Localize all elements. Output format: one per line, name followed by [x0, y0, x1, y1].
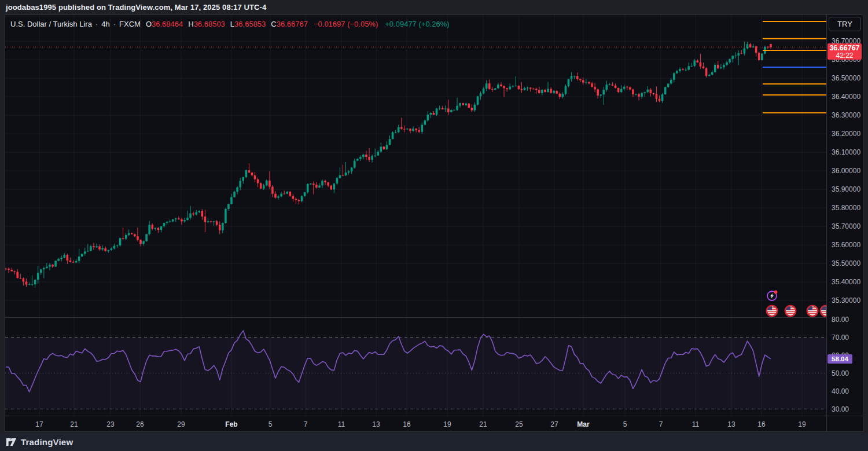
symbol-legend[interactable]: U.S. Dollar / Turkish Lira · 4h · FXCM O…	[10, 19, 450, 28]
price-axis-label: 35.50000	[832, 259, 860, 267]
price-axis-label: 36.20000	[832, 130, 860, 138]
open-label: O	[146, 20, 152, 28]
ohlc-close: C36.66767	[271, 20, 308, 28]
close-value: 36.66767	[277, 20, 308, 28]
time-axis-label: 25	[515, 420, 523, 428]
rsi-axis-label: 80.00	[832, 316, 849, 324]
low-label: L	[230, 20, 234, 28]
price-axis-label: 36.40000	[832, 93, 860, 101]
rsi-axis-label: 50.00	[832, 369, 849, 377]
price-axis-label: 35.40000	[832, 278, 860, 286]
time-axis-label: 7	[659, 420, 663, 428]
footer-brand-link[interactable]: TradingView	[21, 437, 73, 447]
rsi-axis-label: 40.00	[832, 387, 849, 395]
rsi-axis-label: 70.00	[832, 333, 849, 342]
time-axis-label: 26	[136, 420, 144, 428]
time-axis-label: 13	[372, 420, 380, 428]
price-axis-label: 35.70000	[832, 222, 860, 230]
change-primary: −0.01697 (−0.05%)	[314, 20, 378, 28]
tradingview-published-chart: { "page": { "attribution": "joodabas1995…	[0, 0, 868, 451]
bar-countdown: 42:22	[827, 52, 862, 60]
time-axis-label: 29	[177, 420, 185, 428]
last-price-badge: 36.66767 42:22	[827, 43, 862, 60]
symbol-interval[interactable]: 4h	[101, 20, 109, 28]
price-axis-label: 36.30000	[832, 111, 860, 119]
ohlc-high: H36.68503	[188, 20, 225, 28]
currency-toggle-button[interactable]: TRY	[829, 17, 861, 31]
ohlc-low: L36.65853	[230, 20, 266, 28]
time-axis-label: 16	[403, 420, 410, 428]
time-axis-label: 13	[727, 420, 735, 428]
legend-separator: ·	[95, 20, 98, 28]
high-label: H	[188, 20, 193, 28]
event-markers[interactable]	[767, 291, 832, 317]
time-axis-label: 7	[304, 420, 308, 428]
last-price-value: 36.66767	[827, 44, 862, 52]
legend-separator: ·	[113, 20, 116, 28]
symbol-title[interactable]: U.S. Dollar / Turkish Lira	[10, 20, 92, 28]
attribution-text: joodabas1995 published on TradingView.co…	[6, 3, 266, 12]
alert-lightning-icon[interactable]	[767, 291, 778, 301]
rsi-band	[5, 338, 826, 409]
time-axis-label: 5	[269, 420, 273, 428]
time-axis-label: Mar	[577, 420, 589, 428]
price-axis-label: 35.90000	[832, 185, 860, 193]
ohlc-open: O36.68464	[146, 20, 183, 28]
time-axis-label: 19	[443, 420, 451, 428]
time-axis-label: 21	[70, 420, 78, 428]
time-axis-label: 23	[106, 420, 114, 428]
high-value: 36.68503	[194, 20, 225, 28]
rsi-axis-label: 30.00	[832, 405, 849, 413]
time-axis-label: 16	[757, 420, 765, 428]
open-value: 36.68464	[152, 20, 183, 28]
time-axis-label: 17	[35, 420, 43, 428]
time-axis-label: 19	[798, 420, 806, 428]
price-axis-label: 35.80000	[832, 204, 860, 212]
time-axis-label: 21	[479, 420, 487, 428]
time-axis-label: 27	[550, 420, 558, 428]
drawing-rays[interactable]	[763, 21, 826, 113]
symbol-exchange: FXCM	[119, 20, 141, 28]
chart-canvas	[0, 0, 868, 451]
price-axis-label: 36.10000	[832, 148, 860, 156]
tradingview-logo-icon[interactable]	[6, 437, 17, 447]
price-axis-label: 36.50000	[832, 74, 860, 82]
time-axis-label: 11	[692, 420, 699, 428]
time-axis-label: 11	[338, 420, 345, 428]
price-axis-label: 35.30000	[832, 296, 860, 305]
time-axis-label: Feb	[225, 420, 237, 428]
close-label: C	[271, 20, 276, 28]
rsi-value-badge: 58.04	[827, 354, 852, 364]
attribution-bar: joodabas1995 published on TradingView.co…	[0, 0, 868, 14]
footer-bar: TradingView	[0, 433, 868, 451]
price-axis-label: 35.60000	[832, 241, 860, 249]
time-axis-label: 5	[623, 420, 627, 428]
change-secondary: +0.09477 (+0.26%)	[385, 20, 449, 28]
price-axis-label: 36.00000	[832, 167, 860, 175]
low-value: 36.65853	[234, 20, 266, 28]
